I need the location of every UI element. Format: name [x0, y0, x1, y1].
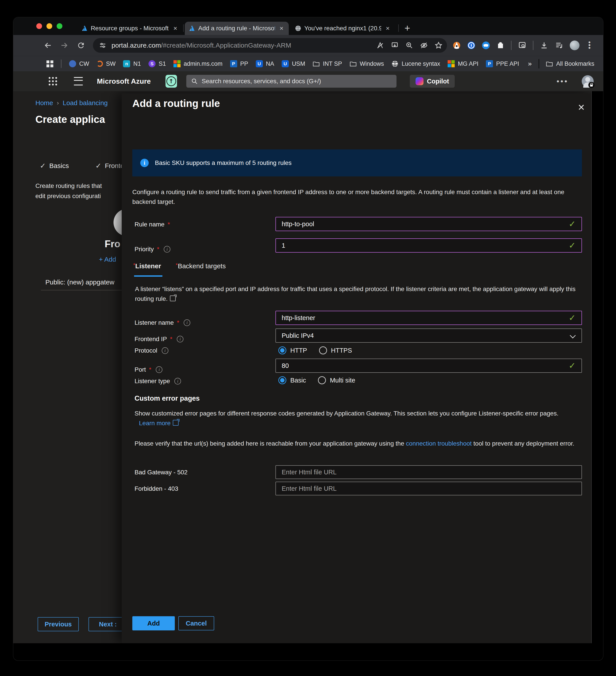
- wizard-steps: ✓Basics ✓Fronte: [40, 162, 124, 170]
- tab-close-icon[interactable]: ×: [278, 24, 285, 32]
- account-avatar[interactable]: [582, 75, 594, 87]
- new-tab-button[interactable]: +: [405, 22, 410, 34]
- tab-listener[interactable]: *Listener: [132, 262, 161, 270]
- traffic-minimize-button[interactable]: [47, 23, 52, 29]
- tab-add-routing-rule[interactable]: Add a routing rule - Microsoft ×: [185, 22, 289, 35]
- bookmark-item[interactable]: CW: [69, 60, 89, 67]
- add-button[interactable]: Add: [132, 616, 175, 630]
- radio-label-https[interactable]: HTTPS: [331, 347, 352, 354]
- scrollbar-gutter[interactable]: [591, 91, 603, 643]
- forward-button[interactable]: [59, 40, 70, 51]
- bad-gateway-url-input[interactable]: [275, 465, 582, 479]
- bookmark-item[interactable]: nN1: [123, 60, 141, 67]
- send-tab-search-icon[interactable]: [518, 41, 527, 50]
- tab-close-icon[interactable]: ×: [384, 24, 391, 32]
- info-tooltip-icon[interactable]: i: [162, 347, 168, 354]
- bookmark-item[interactable]: INT SP: [313, 60, 342, 67]
- breadcrumb-section-link[interactable]: Load balancing: [63, 99, 108, 107]
- traffic-zoom-button[interactable]: [57, 23, 62, 29]
- radio-http-selected[interactable]: [279, 346, 286, 354]
- tab-close-icon[interactable]: ×: [172, 24, 179, 32]
- priority-input[interactable]: [275, 238, 582, 252]
- bookmark-item[interactable]: MG API: [448, 60, 478, 67]
- radio-https[interactable]: [319, 346, 327, 354]
- bookmark-item[interactable]: UUSM: [282, 60, 305, 67]
- clipboard-extension-icon[interactable]: [496, 41, 505, 50]
- bookmark-item[interactable]: UNA: [256, 60, 274, 67]
- traffic-close-button[interactable]: [36, 23, 42, 29]
- install-app-icon[interactable]: [391, 41, 399, 49]
- valid-check-icon: ✓: [569, 361, 576, 371]
- breadcrumb-home-link[interactable]: Home: [36, 99, 53, 107]
- bookmark-item[interactable]: SS1: [148, 60, 166, 67]
- mask-extension-icon[interactable]: [482, 41, 490, 50]
- radio-label-basic[interactable]: Basic: [290, 377, 306, 384]
- folder-icon: [350, 61, 357, 67]
- copilot-button[interactable]: Copilot: [410, 75, 455, 88]
- radio-basic-selected[interactable]: [279, 376, 286, 384]
- all-bookmarks-button[interactable]: All Bookmarks: [546, 60, 594, 67]
- reload-button[interactable]: [75, 40, 87, 51]
- apps-grid-icon[interactable]: [47, 60, 53, 67]
- external-link-icon[interactable]: [170, 295, 176, 301]
- tab-backend-targets[interactable]: *Backend targets: [175, 262, 226, 270]
- bookmark-item[interactable]: PPP: [230, 60, 248, 67]
- azure-brand[interactable]: Microsoft Azure: [83, 77, 151, 86]
- address-bar[interactable]: portal.azure.com/#create/Microsoft.Appli…: [93, 38, 447, 53]
- tab-nginx[interactable]: You've reached nginx1 (20.97 ×: [291, 22, 395, 35]
- frontend-ip-dropdown[interactable]: Public IPv4: [275, 329, 582, 343]
- radio-multi-site[interactable]: [318, 376, 326, 384]
- browser-menu-icon[interactable]: •••: [586, 41, 593, 50]
- info-tooltip-icon[interactable]: i: [177, 336, 183, 342]
- bookmark-label: admin.ms.com: [184, 60, 223, 67]
- global-search-input[interactable]: Search resources, services, and docs (G+…: [186, 75, 396, 88]
- bookmark-star-icon[interactable]: [435, 41, 442, 49]
- url-path: /#create/Microsoft.ApplicationGateway-AR…: [161, 42, 291, 49]
- port-input[interactable]: [275, 358, 582, 373]
- info-tooltip-icon[interactable]: i: [174, 378, 181, 385]
- u-blue-icon: U: [256, 60, 263, 67]
- url-text[interactable]: portal.azure.com/#create/Microsoft.Appli…: [112, 42, 291, 49]
- translate-icon[interactable]: [376, 41, 384, 49]
- back-icon: [43, 41, 52, 50]
- zoom-icon[interactable]: [405, 41, 413, 49]
- next-button[interactable]: Next :: [88, 617, 127, 631]
- info-tooltip-icon[interactable]: i: [164, 246, 170, 252]
- custom-error-description: Show customized error pages for differen…: [134, 409, 579, 428]
- radio-label-http[interactable]: HTTP: [290, 347, 307, 354]
- portal-waffle-button[interactable]: [13, 77, 57, 86]
- close-panel-icon[interactable]: ×: [578, 101, 584, 113]
- bookmark-item[interactable]: PPPE API: [486, 60, 519, 67]
- site-settings-icon[interactable]: [99, 41, 107, 49]
- add-frontend-link[interactable]: + Add: [99, 256, 116, 263]
- folder-icon: [546, 61, 553, 67]
- copilot-launch-button[interactable]: ↑: [166, 75, 177, 88]
- playlist-icon[interactable]: [555, 41, 564, 50]
- bookmark-item[interactable]: SW: [97, 60, 116, 67]
- info-tooltip-icon[interactable]: i: [184, 320, 190, 326]
- downloads-icon[interactable]: [540, 41, 549, 50]
- eye-off-icon[interactable]: [420, 41, 428, 49]
- bookmark-item[interactable]: Windows: [350, 60, 384, 67]
- forbidden-url-input[interactable]: [275, 482, 582, 495]
- step-basics[interactable]: ✓Basics: [40, 162, 69, 170]
- learn-more-link[interactable]: Learn more: [139, 420, 179, 427]
- back-button[interactable]: [42, 40, 54, 51]
- bookmarks-overflow-icon[interactable]: »: [528, 60, 532, 68]
- more-options-icon[interactable]: •••: [556, 77, 568, 86]
- tab-resource-groups[interactable]: Resource groups - Microsoft A ×: [77, 22, 183, 35]
- cancel-button[interactable]: Cancel: [178, 616, 214, 630]
- listener-name-input[interactable]: [275, 311, 582, 325]
- info-tooltip-icon[interactable]: i: [156, 366, 163, 373]
- bookmark-item[interactable]: admin.ms.com: [174, 60, 223, 67]
- privacy-badger-icon[interactable]: [452, 41, 461, 50]
- bookmark-item[interactable]: Lucene syntax: [391, 60, 440, 67]
- rule-name-input[interactable]: [275, 217, 582, 231]
- portal-menu-button[interactable]: [57, 77, 83, 86]
- previous-button[interactable]: Previous: [38, 617, 79, 631]
- step-frontends[interactable]: ✓Fronte: [96, 162, 124, 170]
- onepassword-icon[interactable]: [467, 41, 476, 50]
- profile-avatar[interactable]: [570, 41, 579, 50]
- radio-label-multi-site[interactable]: Multi site: [330, 377, 355, 384]
- connection-troubleshoot-link[interactable]: connection troubleshoot: [406, 440, 472, 447]
